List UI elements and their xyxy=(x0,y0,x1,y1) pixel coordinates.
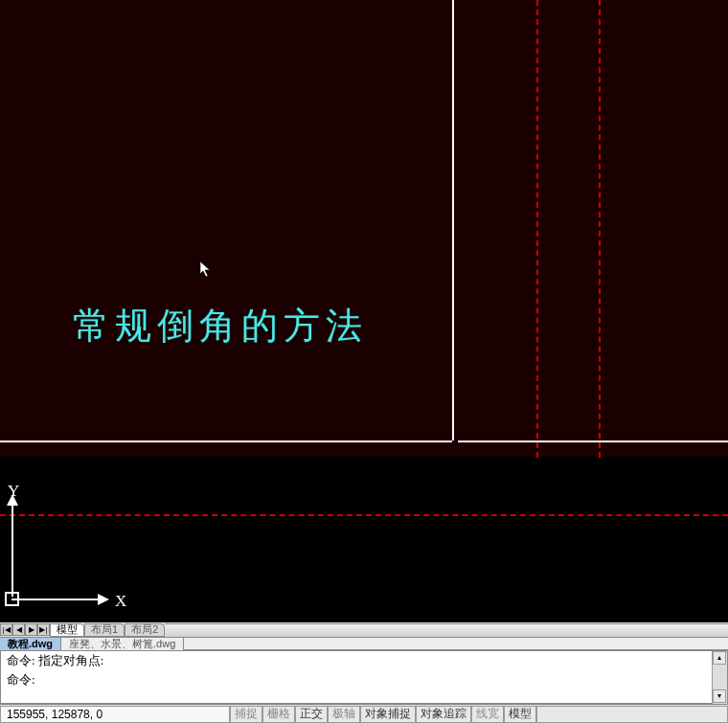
centerline-vertical-1 xyxy=(536,0,538,458)
osnap-toggle[interactable]: 对象捕捉 xyxy=(360,706,416,723)
coordinates-display: 155955, 125878, 0 xyxy=(0,706,230,723)
status-spacer xyxy=(536,706,728,723)
tab-nav-last-button[interactable]: ▶| xyxy=(37,623,50,636)
drawing-canvas-upper[interactable]: 常规倒角的方法 xyxy=(0,0,728,458)
centerline-vertical-2 xyxy=(599,0,601,458)
polar-toggle[interactable]: 极轴 xyxy=(328,706,360,723)
drawing-line-vertical xyxy=(452,0,454,441)
tab-nav-first-button[interactable]: |◀ xyxy=(0,623,12,636)
tab-nav-next-button[interactable]: ▶ xyxy=(25,623,37,636)
command-history-line: 命令: 指定对角点: xyxy=(1,651,712,670)
ortho-toggle[interactable]: 正交 xyxy=(295,706,328,723)
scroll-down-icon[interactable]: ▾ xyxy=(713,689,726,703)
command-window[interactable]: 命令: 指定对角点: 命令: ▴ ▾ xyxy=(0,650,728,704)
tab-layout2[interactable]: 布局2 xyxy=(125,623,165,637)
modelspace-toggle[interactable]: 模型 xyxy=(504,706,536,723)
file-tabs-bar: 教程.dwg 座凳、水景、树篦.dwg xyxy=(0,637,728,650)
file-tab-active[interactable]: 教程.dwg xyxy=(0,638,61,650)
command-prompt-line[interactable]: 命令: xyxy=(1,670,712,689)
drawing-canvas-lower[interactable]: Y X xyxy=(0,458,728,622)
ucs-x-axis-icon xyxy=(11,599,107,600)
tab-strip-spacer xyxy=(165,623,728,637)
annotation-text: 常规倒角的方法 xyxy=(73,302,368,350)
drawing-line-horizontal-right xyxy=(458,441,728,442)
snap-toggle[interactable]: 捕捉 xyxy=(230,706,262,723)
tab-model[interactable]: 模型 xyxy=(50,623,84,637)
scroll-up-icon[interactable]: ▴ xyxy=(713,651,726,665)
axis-label-y: Y xyxy=(8,482,19,501)
tab-layout1[interactable]: 布局1 xyxy=(84,623,125,637)
lineweight-toggle[interactable]: 线宽 xyxy=(471,706,504,723)
grid-toggle[interactable]: 栅格 xyxy=(262,706,295,723)
status-bar: 155955, 125878, 0 捕捉 栅格 正交 极轴 对象捕捉 对象追踪 … xyxy=(0,704,728,723)
file-tab-inactive[interactable]: 座凳、水景、树篦.dwg xyxy=(61,638,184,650)
centerline-horizontal xyxy=(0,514,728,516)
cursor-icon xyxy=(199,260,215,282)
command-scrollbar[interactable]: ▴ ▾ xyxy=(712,651,727,705)
otrack-toggle[interactable]: 对象追踪 xyxy=(416,706,471,723)
drawing-line-horizontal-left xyxy=(0,441,452,442)
tab-nav-prev-button[interactable]: ◀ xyxy=(12,623,25,636)
axis-label-x: X xyxy=(115,592,126,611)
ucs-y-axis-icon xyxy=(11,496,13,597)
layout-tabs-bar: |◀ ◀ ▶ ▶| 模型 布局1 布局2 xyxy=(0,622,728,637)
